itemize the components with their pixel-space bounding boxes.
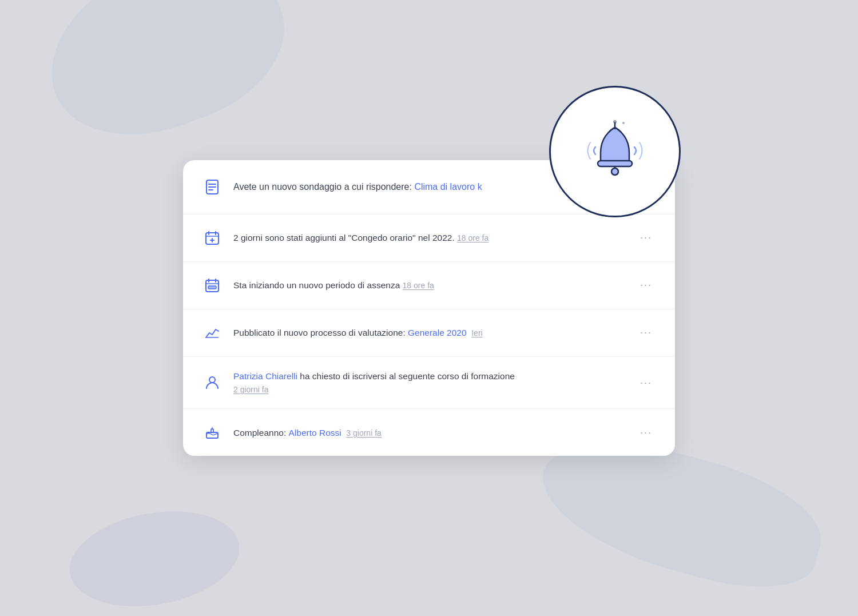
calendar-period-icon bbox=[201, 275, 223, 296]
notification-text-4: Pubblicato il nuovo processo di valutazi… bbox=[233, 326, 625, 339]
notifications-container: Avete un nuovo sondaggio a cui risponder… bbox=[183, 160, 675, 456]
svg-point-4 bbox=[611, 168, 618, 175]
notification-row: 2 giorni sono stati aggiunti al "Congedo… bbox=[183, 214, 675, 262]
notification-text-3: Sta iniziando un nuovo periodo di assenz… bbox=[233, 279, 625, 292]
chart-icon bbox=[201, 322, 223, 344]
notification-text-2: 2 giorni sono stati aggiunti al "Congedo… bbox=[233, 231, 625, 244]
svg-rect-3 bbox=[598, 161, 632, 166]
svg-rect-21 bbox=[208, 286, 216, 289]
bg-decoration-1 bbox=[26, 0, 306, 162]
dots-menu-6[interactable]: ··· bbox=[635, 424, 657, 441]
dots-menu-3[interactable]: ··· bbox=[635, 277, 657, 293]
notification-row: Sta iniziando un nuovo periodo di assenz… bbox=[183, 262, 675, 309]
notification-row: Pubblicato il nuovo processo di valutazi… bbox=[183, 309, 675, 357]
dots-menu-4[interactable]: ··· bbox=[635, 324, 657, 341]
notification-text-5: Patrizia Chiarelli ha chiesto di iscrive… bbox=[233, 369, 625, 396]
svg-point-23 bbox=[209, 377, 215, 383]
dots-menu-5[interactable]: ··· bbox=[635, 375, 657, 391]
bell-circle bbox=[549, 86, 681, 217]
calendar-add-icon bbox=[201, 227, 223, 249]
notification-text-6: Compleanno: Alberto Rossi 3 giorni fa bbox=[233, 426, 625, 439]
svg-rect-10 bbox=[206, 182, 209, 185]
svg-point-1 bbox=[622, 122, 625, 124]
bg-decoration-3 bbox=[62, 499, 247, 616]
notification-row: Patrizia Chiarelli ha chiesto di iscrive… bbox=[183, 357, 675, 410]
dots-menu-2[interactable]: ··· bbox=[635, 229, 657, 246]
person-icon bbox=[201, 372, 223, 394]
birthday-icon bbox=[201, 422, 223, 443]
bell-icon bbox=[581, 117, 649, 186]
survey-icon bbox=[201, 176, 223, 198]
notification-row: Compleanno: Alberto Rossi 3 giorni fa ··… bbox=[183, 409, 675, 456]
